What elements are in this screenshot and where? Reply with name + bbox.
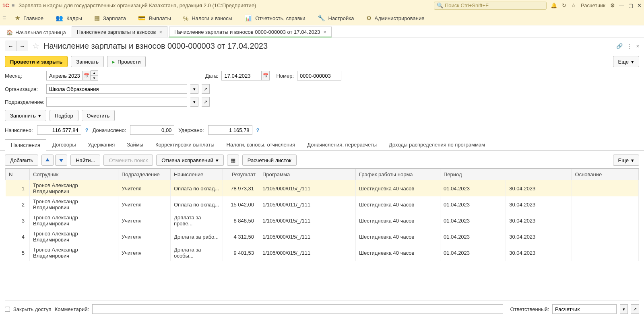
comment-label: Комментарий: [55,306,89,312]
col-period[interactable]: Период [440,169,572,180]
menu-reports[interactable]: 📊Отчетность, справки [239,13,310,23]
move-down-button[interactable] [55,155,67,166]
col-employee[interactable]: Сотрудник [30,169,118,180]
menu-hamburger-icon[interactable]: ≡ [2,14,6,22]
percent-icon: % [183,15,188,22]
clear-button[interactable]: Очистить [82,110,115,121]
col-charge[interactable]: Начисление [171,169,223,180]
cell-result: 8 848,50 [223,212,259,229]
stepper-down-icon[interactable]: ▼ [91,76,98,80]
menu-salary[interactable]: ▦Зарплата [89,13,131,23]
cell-program: 1/105/000/015/_/111 [259,180,356,197]
save-button[interactable]: Записать [71,56,104,67]
col-program[interactable]: Программа [259,169,356,180]
history-icon[interactable]: ↻ [562,2,566,8]
cancel-fix-button[interactable]: Отмена исправлений ▾ [156,155,224,166]
menu-settings[interactable]: 🔧Настройка [313,13,359,23]
withheld-value[interactable] [208,125,252,135]
fill-button[interactable]: Заполнить ▾ [5,110,46,121]
more-icon[interactable]: ⋮ [627,43,632,49]
payslip-button[interactable]: Расчетный листок [242,155,297,166]
withheld-label: Удержано: [178,127,204,133]
doctab-charges[interactable]: Начисления [5,139,46,151]
month-input[interactable] [46,71,83,80]
columns-button[interactable]: ▦ [227,155,239,166]
filter-icon[interactable]: ⚙ [610,2,615,8]
calendar-icon[interactable]: 📅 [83,71,91,80]
table-row[interactable]: 1Тронов Александр ВладимировичУчителяОпл… [6,180,639,197]
tab-home[interactable]: 🏠 Начальная страница [2,28,70,37]
charged-value[interactable] [37,125,81,135]
menu-main[interactable]: ★Главное [10,13,48,23]
add-button[interactable]: Добавить [5,155,38,166]
org-input[interactable] [46,84,187,94]
menu-hr[interactable]: 👥Кадры [51,13,87,23]
close-icon[interactable]: × [323,29,326,35]
table-row[interactable]: 2Тронов Александр ВладимировичУчителяОпл… [6,196,639,212]
bell-icon[interactable]: 🔔 [551,2,557,8]
menu-payments[interactable]: 💳Выплаты [133,13,176,23]
dept-input[interactable] [46,97,187,107]
table-row[interactable]: 3Тронов Александр ВладимировичУчителяДоп… [6,212,639,229]
table-row[interactable]: 4Тронов Александр ВладимировичУчителяДоп… [6,229,639,245]
post-button[interactable]: ▸Провести [107,56,146,67]
open-icon[interactable]: ↗ [631,304,639,314]
hamburger-icon[interactable]: ≡ [12,2,15,8]
link-icon[interactable]: 🔗 [616,43,623,49]
close-icon[interactable]: ✕ [637,2,642,8]
maximize-icon[interactable]: ▢ [628,2,633,8]
favorite-star-icon[interactable]: ☆ [32,41,39,51]
post-close-button[interactable]: Провести и закрыть [5,56,68,67]
app-title: Зарплата и кадры для государственных орг… [19,2,434,8]
doctab-corrections[interactable]: Корректировки выплаты [149,139,221,150]
dropdown-icon[interactable]: ▾ [190,97,198,107]
move-up-button[interactable] [41,155,54,166]
nav-back-button[interactable]: ← [5,41,17,51]
col-basis[interactable]: Основание [572,169,638,180]
doctab-loans[interactable]: Займы [121,139,149,150]
lock-checkbox[interactable] [5,307,10,312]
table-row[interactable]: 5Тронов Александр ВладимировичУчителяДоп… [6,245,639,261]
org-label: Организация: [5,86,43,92]
month-stepper[interactable]: ▲ ▼ [91,70,98,81]
close-icon[interactable]: × [636,43,639,49]
menu-taxes[interactable]: %Налоги и взносы [178,13,237,23]
col-schedule[interactable]: График работы норма [356,169,440,180]
user-label[interactable]: Расчетчик [581,2,605,8]
doctab-programs[interactable]: Доходы распределения по программам [383,139,491,150]
help-icon[interactable]: ? [256,127,260,133]
nav-fwd-button[interactable]: → [17,41,28,51]
stepper-up-icon[interactable]: ▲ [91,71,98,76]
doctab-deductions[interactable]: Удержания [82,139,121,150]
cell-charge: Оплата по оклад... [171,180,223,197]
col-n[interactable]: N [6,169,30,180]
more-button[interactable]: Еще ▾ [613,56,639,67]
col-result[interactable]: Результат [223,169,259,180]
star-icon[interactable]: ☆ [571,2,576,8]
select-button[interactable]: Подбор [50,110,78,121]
col-dept[interactable]: Подразделение [118,169,171,180]
close-icon[interactable]: × [159,29,162,35]
minimize-icon[interactable]: — [619,2,624,8]
tab-payroll-doc[interactable]: Начисление зарплаты и взносов 0000-00000… [169,27,332,37]
open-icon[interactable]: ↗ [202,97,210,107]
search-input[interactable]: 🔍 Поиск Ctrl+Shift+F [434,2,547,10]
extra-value[interactable] [130,125,174,135]
table-more-button[interactable]: Еще ▾ [613,155,639,166]
help-icon[interactable]: ? [85,127,89,133]
tab-payroll-list[interactable]: Начисление зарплаты и взносов × [72,26,167,37]
open-icon[interactable]: ↗ [202,84,210,94]
menu-admin[interactable]: ⚙Администрирование [361,13,429,23]
find-button[interactable]: Найти... [70,155,100,166]
cell-period-end: 30.04.2023 [506,229,572,245]
doctab-contracts[interactable]: Договоры [46,139,82,150]
dropdown-icon[interactable]: ▾ [620,304,628,314]
date-input[interactable] [221,71,262,80]
calendar-icon[interactable]: 📅 [262,71,270,80]
dropdown-icon[interactable]: ▾ [190,84,198,94]
comment-input[interactable] [92,304,503,314]
number-input[interactable] [297,71,341,80]
doctab-taxes[interactable]: Налоги, взносы, отчисления [221,139,301,150]
responsible-input[interactable] [552,304,617,314]
doctab-recalc[interactable]: Доначисления, перерасчеты [301,139,383,150]
